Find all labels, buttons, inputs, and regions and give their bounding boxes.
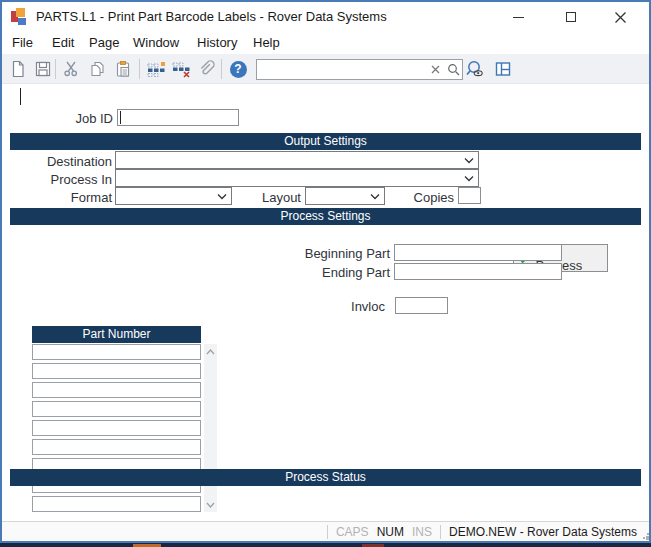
save-button[interactable] xyxy=(33,59,53,79)
statusbar-separator xyxy=(327,525,328,539)
job-id-caret xyxy=(120,111,121,124)
process-in-label: Process In xyxy=(30,172,112,187)
insert-row-button[interactable] xyxy=(146,59,166,79)
output-settings-header: Output Settings xyxy=(10,133,641,150)
copy-icon xyxy=(88,60,106,78)
delete-row-button[interactable] xyxy=(171,59,191,79)
attachment-button[interactable] xyxy=(196,59,216,79)
cut-icon xyxy=(62,60,80,78)
search-icon xyxy=(447,63,460,76)
part-number-row-input[interactable] xyxy=(32,382,201,398)
minimize-button[interactable] xyxy=(509,8,527,26)
desktop-background xyxy=(0,543,651,547)
copy-button[interactable] xyxy=(87,59,107,79)
part-number-row-input[interactable] xyxy=(32,496,201,512)
insert-mode-indicator: INS xyxy=(412,525,432,539)
chevron-down-icon xyxy=(368,193,382,200)
chevron-down-icon xyxy=(462,157,476,164)
close-button[interactable] xyxy=(611,8,629,26)
toolbar-separator xyxy=(139,59,140,79)
search-input[interactable] xyxy=(261,61,426,78)
copies-input[interactable] xyxy=(458,187,481,204)
process-in-dropdown[interactable] xyxy=(115,169,479,187)
part-number-row-input[interactable] xyxy=(32,363,201,379)
window-title: PARTS.L1 - Print Part Barcode Labels - R… xyxy=(36,9,387,24)
new-document-button[interactable] xyxy=(8,59,28,79)
menu-help[interactable]: Help xyxy=(253,35,280,50)
delete-row-icon xyxy=(171,60,191,78)
toolbar-separator xyxy=(221,59,222,79)
ending-part-label: Ending Part xyxy=(295,265,390,280)
insert-row-icon xyxy=(146,60,166,78)
scroll-down-icon[interactable] xyxy=(204,497,217,512)
format-dropdown[interactable] xyxy=(115,187,232,205)
menubar: File Edit Page Window History Help xyxy=(0,32,651,54)
toolbar xyxy=(0,54,651,84)
part-number-scrollbar[interactable] xyxy=(204,344,217,512)
app-icon-orange-square xyxy=(16,8,25,17)
menu-window[interactable]: Window xyxy=(133,35,179,50)
text-caret xyxy=(20,88,21,105)
save-icon xyxy=(34,60,52,78)
ending-part-input[interactable] xyxy=(394,263,562,280)
process-status-header: Process Status xyxy=(10,469,641,486)
lookup-eye-icon xyxy=(465,59,485,79)
cut-button[interactable] xyxy=(61,59,81,79)
help-icon xyxy=(230,61,247,78)
chevron-down-icon xyxy=(215,193,229,200)
layout-dropdown[interactable] xyxy=(305,187,385,205)
beginning-part-input[interactable] xyxy=(394,244,562,261)
search-submit-button[interactable] xyxy=(444,61,462,79)
process-settings-header: Process Settings xyxy=(10,208,641,225)
lookup-button[interactable] xyxy=(465,59,485,79)
menu-history[interactable]: History xyxy=(197,35,237,50)
maximize-icon xyxy=(566,12,576,22)
invloc-label: Invloc xyxy=(320,299,385,314)
statusbar: CAPS NUM INS DEMO.NEW - Rover Data Syste… xyxy=(0,521,651,541)
part-number-row-input[interactable] xyxy=(32,420,201,436)
form-area: Job ID Output Settings Destination Proce… xyxy=(0,84,651,521)
statusbar-separator xyxy=(440,525,441,539)
invloc-input[interactable] xyxy=(395,297,448,314)
maximize-button[interactable] xyxy=(562,8,580,26)
paste-icon xyxy=(114,60,132,78)
app-icon xyxy=(11,8,28,25)
destination-label: Destination xyxy=(30,154,112,169)
layout-view-button[interactable] xyxy=(493,59,513,79)
close-icon xyxy=(614,11,627,24)
new-document-icon xyxy=(9,60,27,78)
part-number-row-input[interactable] xyxy=(32,344,201,360)
menu-edit[interactable]: Edit xyxy=(52,35,74,50)
app-icon-blue-square xyxy=(18,18,26,25)
destination-dropdown[interactable] xyxy=(115,151,479,169)
resize-grip[interactable] xyxy=(639,529,649,539)
menu-page[interactable]: Page xyxy=(89,35,119,50)
chevron-down-icon xyxy=(462,175,476,182)
toolbar-separator xyxy=(55,59,56,79)
table-layout-icon xyxy=(494,60,512,78)
beginning-part-label: Beginning Part xyxy=(295,246,390,261)
caps-lock-indicator: CAPS xyxy=(336,525,369,539)
paperclip-icon xyxy=(197,60,215,78)
part-number-column-header: Part Number xyxy=(32,326,201,343)
part-number-grid xyxy=(32,344,201,515)
format-label: Format xyxy=(30,190,112,205)
job-id-input[interactable] xyxy=(117,109,239,126)
scroll-up-icon[interactable] xyxy=(204,344,217,359)
menu-file[interactable]: File xyxy=(12,35,33,50)
copies-label: Copies xyxy=(392,190,454,205)
titlebar: PARTS.L1 - Print Part Barcode Labels - R… xyxy=(0,0,651,32)
clear-icon xyxy=(431,65,440,74)
part-number-row-input[interactable] xyxy=(32,401,201,417)
app-window: PARTS.L1 - Print Part Barcode Labels - R… xyxy=(0,0,651,543)
num-lock-indicator: NUM xyxy=(377,525,404,539)
session-label: DEMO.NEW - Rover Data Systems xyxy=(449,525,637,539)
toolbar-search xyxy=(256,59,463,80)
help-button[interactable] xyxy=(228,59,248,79)
part-number-row-input[interactable] xyxy=(32,439,201,455)
layout-label: Layout xyxy=(240,190,301,205)
job-id-label: Job ID xyxy=(40,111,113,126)
paste-button[interactable] xyxy=(113,59,133,79)
minimize-icon xyxy=(513,17,524,18)
clear-search-button[interactable] xyxy=(426,61,444,79)
